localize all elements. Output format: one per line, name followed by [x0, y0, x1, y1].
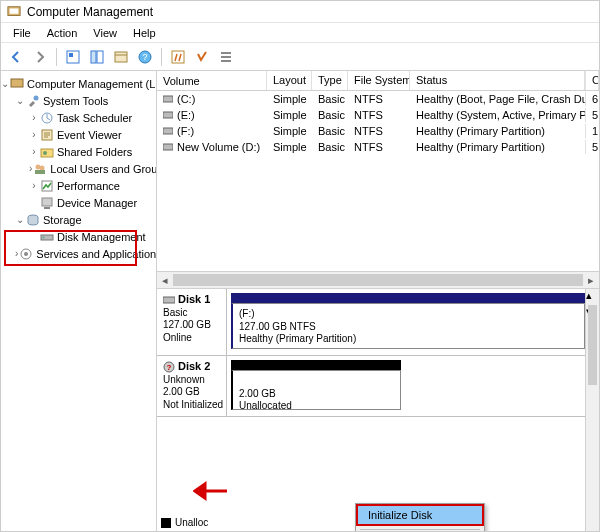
- volume-list[interactable]: Volume Layout Type File System Status C …: [157, 71, 599, 289]
- expand-icon[interactable]: ›: [15, 248, 18, 259]
- expand-icon[interactable]: ›: [29, 163, 32, 174]
- volume-row[interactable]: (F:)SimpleBasicNTFSHealthy (Primary Part…: [157, 123, 599, 139]
- help-button[interactable]: ?: [134, 46, 156, 68]
- svg-rect-9: [172, 51, 184, 63]
- list-button[interactable]: [215, 46, 237, 68]
- disk-info[interactable]: ?Disk 2 Unknown 2.00 GB Not Initialized: [157, 356, 227, 416]
- volume-layout: Simple: [267, 108, 312, 122]
- svg-point-18: [43, 151, 47, 155]
- partition[interactable]: (F:) 127.00 GB NTFS Healthy (Primary Par…: [231, 303, 585, 349]
- vertical-scrollbar[interactable]: ▴ ▾: [585, 289, 599, 532]
- volume-capacity: 5: [585, 108, 599, 122]
- shared-folders-icon: [40, 145, 54, 159]
- disk-icon: [163, 294, 175, 306]
- scroll-right-button[interactable]: ▸: [583, 272, 599, 289]
- disk-header-stripe: [231, 360, 401, 370]
- properties-button[interactable]: [110, 46, 132, 68]
- horizontal-scrollbar[interactable]: ◂ ▸: [157, 271, 599, 288]
- expand-icon[interactable]: ›: [29, 146, 39, 157]
- refresh-button[interactable]: [191, 46, 213, 68]
- expand-icon[interactable]: ›: [29, 180, 39, 191]
- scrollbar-thumb[interactable]: [173, 274, 583, 286]
- tree-disk-management[interactable]: Disk Management: [1, 228, 156, 245]
- volume-icon: [163, 110, 173, 120]
- disk-row[interactable]: Disk 1 Basic 127.00 GB Online (F:) 127.0…: [157, 289, 599, 356]
- volume-list-header[interactable]: Volume Layout Type File System Status C: [157, 71, 599, 91]
- disk-graphical-view[interactable]: Disk 1 Basic 127.00 GB Online (F:) 127.0…: [157, 289, 599, 532]
- disk-name: Disk 2: [178, 360, 210, 374]
- volume-fs: NTFS: [348, 140, 410, 154]
- scrollbar-thumb[interactable]: [588, 305, 597, 385]
- volume-type: Basic: [312, 92, 348, 106]
- disk-row[interactable]: ?Disk 2 Unknown 2.00 GB Not Initialized …: [157, 356, 599, 417]
- svg-rect-11: [221, 56, 231, 58]
- scroll-left-button[interactable]: ◂: [157, 272, 173, 289]
- content-pane: Volume Layout Type File System Status C …: [157, 71, 599, 532]
- tree-local-users[interactable]: › Local Users and Groups: [1, 160, 156, 177]
- tree-root[interactable]: ⌄ Computer Management (Local: [1, 75, 156, 92]
- column-type[interactable]: Type: [312, 71, 348, 90]
- disk-type: Basic: [163, 307, 220, 320]
- settings-button[interactable]: [167, 46, 189, 68]
- forward-button[interactable]: [29, 46, 51, 68]
- volume-icon: [163, 126, 173, 136]
- partition-unallocated[interactable]: 2.00 GB Unallocated: [231, 370, 401, 410]
- tree-performance[interactable]: › Performance: [1, 177, 156, 194]
- menu-help[interactable]: Help: [125, 25, 164, 41]
- svg-text:?: ?: [142, 52, 147, 62]
- volume-icon: [163, 94, 173, 104]
- svg-rect-1: [10, 8, 19, 13]
- show-hide-tree-button[interactable]: [86, 46, 108, 68]
- partition-alloc: Unallocated: [239, 400, 394, 413]
- svg-rect-23: [42, 198, 52, 206]
- expand-icon[interactable]: ›: [29, 112, 39, 123]
- tree-event-viewer[interactable]: › Event Viewer: [1, 126, 156, 143]
- disk-name: Disk 1: [178, 293, 210, 307]
- volume-name: New Volume (D:): [177, 141, 260, 153]
- svg-rect-6: [115, 52, 127, 62]
- menu-separator: [360, 529, 480, 530]
- tree-device-manager[interactable]: Device Manager: [1, 194, 156, 211]
- tree-system-tools[interactable]: ⌄ System Tools: [1, 92, 156, 109]
- partition-size: 127.00 GB NTFS: [239, 321, 578, 334]
- up-button[interactable]: [62, 46, 84, 68]
- back-button[interactable]: [5, 46, 27, 68]
- tree-label: Storage: [43, 214, 82, 226]
- volume-layout: Simple: [267, 140, 312, 154]
- tree-services-apps[interactable]: › Services and Applications: [1, 245, 156, 262]
- tree-shared-folders[interactable]: › Shared Folders: [1, 143, 156, 160]
- tools-icon: [26, 94, 40, 108]
- navigation-tree[interactable]: ⌄ Computer Management (Local ⌄ System To…: [1, 71, 157, 532]
- event-viewer-icon: [40, 128, 54, 142]
- menu-action[interactable]: Action: [39, 25, 86, 41]
- disk-status: Not Initialized: [163, 399, 220, 412]
- volume-status: Healthy (Boot, Page File, Crash Dump, Pr…: [410, 92, 585, 106]
- column-volume[interactable]: Volume: [157, 71, 267, 90]
- expand-icon[interactable]: ›: [29, 129, 39, 140]
- volume-status: Healthy (System, Active, Primary Partiti…: [410, 108, 585, 122]
- scroll-up-button[interactable]: ▴: [586, 289, 599, 305]
- ctx-initialize-disk[interactable]: Initialize Disk: [356, 504, 484, 526]
- menu-view[interactable]: View: [85, 25, 125, 41]
- storage-icon: [26, 213, 40, 227]
- collapse-icon[interactable]: ⌄: [1, 78, 9, 89]
- column-status[interactable]: Status: [410, 71, 585, 90]
- disk-info[interactable]: Disk 1 Basic 127.00 GB Online: [157, 289, 227, 355]
- volume-name: (F:): [177, 125, 194, 137]
- svg-text:?: ?: [167, 363, 172, 372]
- volume-row[interactable]: (C:)SimpleBasicNTFSHealthy (Boot, Page F…: [157, 91, 599, 107]
- tree-task-scheduler[interactable]: › Task Scheduler: [1, 109, 156, 126]
- collapse-icon[interactable]: ⌄: [15, 95, 25, 106]
- volume-row[interactable]: (E:)SimpleBasicNTFSHealthy (System, Acti…: [157, 107, 599, 123]
- tree-storage[interactable]: ⌄ Storage: [1, 211, 156, 228]
- svg-rect-13: [11, 79, 23, 87]
- toolbar-separator: [56, 48, 57, 66]
- volume-row[interactable]: New Volume (D:)SimpleBasicNTFSHealthy (P…: [157, 139, 599, 155]
- column-capacity[interactable]: C: [585, 71, 599, 90]
- tree-label: Event Viewer: [57, 129, 122, 141]
- menu-file[interactable]: File: [5, 25, 39, 41]
- collapse-icon[interactable]: ⌄: [15, 214, 25, 225]
- column-layout[interactable]: Layout: [267, 71, 312, 90]
- volume-fs: NTFS: [348, 124, 410, 138]
- column-filesystem[interactable]: File System: [348, 71, 410, 90]
